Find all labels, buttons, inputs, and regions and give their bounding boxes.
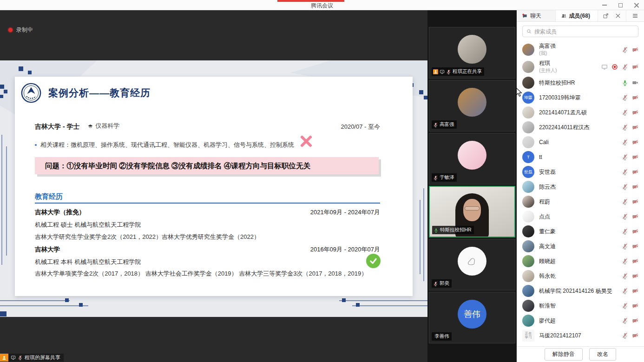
member-row[interactable]: 程蔚 [522, 194, 638, 209]
mic-muted-icon [622, 94, 628, 101]
tab-members[interactable]: 成员(68) [556, 10, 598, 21]
panel-footer: 解除静音 改名 [517, 346, 644, 362]
rename-button[interactable]: 改名 [589, 348, 616, 361]
panel-menu-button[interactable] [626, 10, 644, 21]
member-name: 点点 [539, 213, 550, 221]
member-status-icons [622, 154, 638, 160]
tab-members-label: 成员(68) [569, 12, 590, 20]
member-name: 2021414071孟凡硕 [539, 109, 587, 117]
member-status-icons [622, 169, 638, 175]
tab-chat[interactable]: 聊天 [517, 10, 556, 21]
member-row[interactable]: 程琪 (主持人) [522, 58, 638, 75]
mic-muted-icon [18, 355, 23, 360]
participant-avatar: 善伟 [458, 300, 486, 329]
video-tile[interactable]: 程琪正在共享 [429, 27, 515, 79]
screen-share-status-bar: 程琪的屏幕共享 [0, 354, 64, 362]
member-name: 韩永乾 [539, 272, 556, 280]
member-row[interactable]: 22022414011程汉杰 [522, 120, 638, 135]
search-input[interactable] [534, 28, 634, 35]
participant-name: 郭奕 [440, 280, 449, 287]
university-seal-logo [20, 82, 42, 104]
sharer-person-badge-icon [433, 69, 438, 74]
mic-muted-icon [622, 198, 628, 205]
camera-off-icon [632, 198, 638, 205]
member-status-icons [622, 139, 638, 145]
member-row[interactable]: 靳淮智 [522, 298, 638, 313]
mic-muted-icon [622, 46, 628, 53]
window-title: 腾讯会议 [0, 2, 644, 10]
member-row[interactable]: 韩永乾 [522, 269, 638, 283]
screen-share-icon [601, 64, 608, 70]
member-name: 17200319韩坤霖 [539, 94, 580, 102]
member-avatar [522, 121, 534, 133]
camera-off-icon [632, 109, 638, 116]
video-tile[interactable]: 郭奕 [429, 239, 515, 290]
member-name: 安世磊 [539, 168, 556, 176]
member-row[interactable]: 陈云杰 [522, 179, 638, 194]
member-status-icons [622, 213, 638, 220]
video-tile[interactable]: 高富强 [429, 80, 515, 132]
member-name: 廖代超 [539, 317, 556, 325]
member-list[interactable]: 高富强 (我) 程琪 (主持人) 特斯拉校招HR 坤霖 17200319韩坤霖 … [517, 40, 644, 346]
camera-off-icon [632, 139, 638, 145]
participant-avatar [458, 141, 486, 170]
member-avatar [522, 106, 534, 118]
member-row[interactable]: Cali [522, 135, 638, 150]
section-underline [35, 203, 380, 204]
entry-program: 机械工程 本科 机械与航空航天工程学院 [35, 258, 380, 266]
maximize-button[interactable] [617, 2, 624, 8]
mic-muted-icon [622, 273, 628, 279]
video-tile[interactable]: 善伟 李善伟 [429, 292, 515, 343]
member-row[interactable]: 点点 [522, 209, 638, 224]
member-row[interactable]: 机械学院 2021414126 杨昊旻 [522, 283, 638, 298]
member-avatar [522, 270, 534, 282]
member-row[interactable]: 廖代超 [522, 313, 638, 328]
mic-muted-icon [446, 69, 451, 74]
member-row[interactable]: 高文迪 [522, 239, 638, 254]
participant-avatar [458, 247, 486, 276]
mic-muted-icon [433, 281, 438, 286]
member-row[interactable]: 正在学习 马援2021412107 [522, 328, 638, 343]
member-name: Cali [539, 139, 549, 145]
mic-on-icon [434, 228, 439, 233]
member-status-icons [622, 243, 638, 250]
recording-label: 录制中 [16, 26, 33, 34]
popout-panel-icon[interactable] [603, 13, 609, 19]
panel-tab-bar: 聊天 成员(68) [517, 10, 644, 22]
member-row[interactable]: 顾晓超 [522, 254, 638, 269]
entry-dates: 2021年09月 - 2024年07月 [310, 208, 380, 217]
member-status-icons [622, 288, 638, 294]
mic-muted-icon [433, 122, 438, 127]
minimize-button[interactable] [601, 2, 608, 8]
member-avatar: 世磊 [522, 166, 534, 178]
member-row[interactable]: 2021414071孟凡硕 [522, 105, 638, 120]
close-panel-icon[interactable] [615, 13, 621, 19]
success-check-icon [366, 254, 381, 268]
member-row[interactable]: 董仁豪 [522, 224, 638, 239]
participant-name: 李善伟 [434, 333, 449, 340]
member-row[interactable]: 高富强 (我) [522, 41, 638, 58]
member-avatar [522, 181, 534, 193]
video-tile[interactable]: 于敏泽 [429, 133, 515, 184]
bullet-icon [35, 144, 37, 146]
member-row[interactable]: 世磊 安世磊 [522, 165, 638, 179]
member-row[interactable]: 坤霖 17200319韩坤霖 [522, 90, 638, 105]
member-status-icons [622, 332, 638, 339]
member-name: 高文迪 [539, 243, 556, 250]
member-avatar [522, 211, 534, 223]
mic-muted-icon [622, 258, 628, 264]
unmute-button[interactable]: 解除静音 [545, 348, 583, 361]
camera-off-icon [632, 169, 638, 175]
chat-bubble-icon [522, 13, 527, 19]
participant-avatar [458, 35, 486, 64]
video-tile[interactable]: 特斯拉校招HR [429, 186, 515, 237]
member-row[interactable]: T tt [522, 150, 638, 165]
close-button[interactable] [633, 2, 639, 8]
member-row[interactable]: 特斯拉校招HR [522, 75, 638, 90]
search-box [522, 26, 638, 37]
camera-off-icon [632, 124, 638, 131]
mic-muted-icon [622, 243, 628, 250]
camera-off-icon [632, 154, 638, 160]
member-status-icons [622, 124, 638, 131]
search-icon [526, 29, 532, 34]
